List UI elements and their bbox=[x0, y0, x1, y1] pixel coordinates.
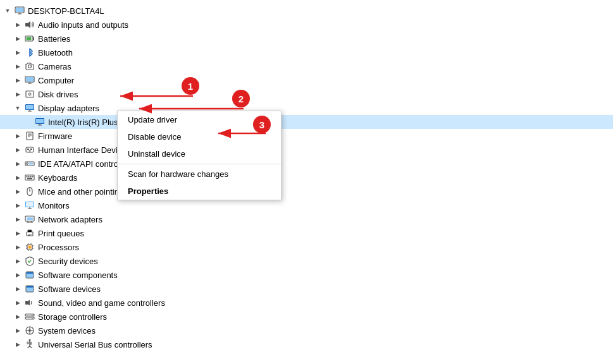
context-menu-scan-hardware[interactable]: Scan for hardware changes bbox=[118, 166, 281, 183]
icon-usb bbox=[24, 339, 35, 350]
tree-item-intel[interactable]: Intel(R) Iris(R) Plus Graphics bbox=[0, 115, 613, 129]
expand-btn-printqueues[interactable]: ▶ bbox=[13, 228, 23, 238]
icon-software bbox=[24, 269, 35, 281]
tree-item-diskdrives[interactable]: ▶Disk drives bbox=[0, 87, 613, 101]
tree-item-ideata[interactable]: ▶IDE ATA/ATAPI controllers bbox=[0, 157, 613, 171]
svg-rect-69 bbox=[27, 342, 28, 344]
icon-software bbox=[24, 283, 35, 294]
svg-rect-41 bbox=[28, 234, 32, 234]
icon-mouse bbox=[24, 186, 35, 197]
tree-item-cameras[interactable]: ▶Cameras bbox=[0, 59, 613, 73]
expand-btn-computer[interactable]: ▶ bbox=[13, 75, 23, 85]
svg-rect-37 bbox=[26, 202, 34, 207]
tree-item-securitydevices[interactable]: ▶Security devices bbox=[0, 254, 613, 268]
svg-rect-30 bbox=[28, 176, 30, 178]
svg-point-63 bbox=[28, 329, 31, 332]
expand-btn-bluetooth[interactable]: ▶ bbox=[13, 47, 23, 58]
expand-btn-keyboards[interactable]: ▶ bbox=[13, 173, 23, 183]
svg-rect-29 bbox=[27, 176, 28, 178]
svg-point-71 bbox=[30, 344, 32, 345]
tree-item-soundvideo[interactable]: ▶Sound, video and game controllers bbox=[0, 296, 613, 310]
expand-btn-audio[interactable]: ▶ bbox=[13, 20, 23, 30]
tree-item-mice[interactable]: ▶Mice and other pointing devices bbox=[0, 185, 613, 198]
label-softwarecomponents: Software components bbox=[38, 270, 118, 280]
context-menu-divider bbox=[118, 164, 281, 164]
svg-point-11 bbox=[29, 94, 30, 94]
expand-btn-monitors[interactable]: ▶ bbox=[13, 200, 23, 210]
tree-item-processors[interactable]: ▶Processors bbox=[0, 240, 613, 254]
expand-btn-humaninterface[interactable]: ▶ bbox=[13, 145, 23, 155]
label-usb: Universal Serial Bus controllers bbox=[38, 340, 152, 349]
label-softwaredevices: Software devices bbox=[38, 284, 101, 294]
icon-computer bbox=[24, 75, 35, 86]
svg-point-70 bbox=[30, 342, 32, 343]
annotation-1: 1 bbox=[182, 77, 199, 95]
context-menu-properties[interactable]: Properties bbox=[118, 183, 281, 200]
tree-item-displayadapters[interactable]: ▼Display adapters bbox=[0, 101, 613, 115]
svg-rect-44 bbox=[28, 246, 32, 249]
svg-rect-4 bbox=[33, 37, 34, 40]
label-firmware: Firmware bbox=[38, 131, 72, 141]
tree-item-humaninterface[interactable]: ▶Human Interface Devices bbox=[0, 143, 613, 157]
tree-item-root[interactable]: ▼DESKTOP-BCLTA4L bbox=[0, 4, 613, 18]
svg-rect-20 bbox=[26, 147, 34, 152]
expand-btn-securitydevices[interactable]: ▶ bbox=[13, 256, 23, 266]
expand-btn-ideata[interactable]: ▶ bbox=[13, 159, 23, 169]
tree-item-monitors[interactable]: ▶Monitors bbox=[0, 198, 613, 212]
expand-btn-soundvideo[interactable]: ▶ bbox=[13, 298, 23, 308]
expand-btn-storagecontrollers[interactable]: ▶ bbox=[13, 312, 23, 322]
tree-item-printqueues[interactable]: ▶Print queues bbox=[0, 226, 613, 240]
tree-item-batteries[interactable]: ▶Batteries bbox=[0, 32, 613, 46]
expand-btn-processors[interactable]: ▶ bbox=[13, 242, 23, 252]
svg-point-26 bbox=[27, 164, 28, 164]
svg-rect-1 bbox=[16, 8, 23, 12]
label-root: DESKTOP-BCLTA4L bbox=[28, 6, 104, 16]
svg-rect-16 bbox=[27, 132, 33, 140]
icon-ide bbox=[24, 158, 35, 169]
tree-item-networkadapters[interactable]: ▶Network adapters bbox=[0, 212, 613, 226]
expand-btn-softwarecomponents[interactable]: ▶ bbox=[13, 270, 23, 280]
label-bluetooth: Bluetooth bbox=[38, 48, 73, 58]
expand-btn-cameras[interactable]: ▶ bbox=[13, 61, 23, 71]
tree-item-bluetooth[interactable]: ▶Bluetooth bbox=[0, 46, 613, 59]
icon-network bbox=[24, 214, 35, 225]
tree-item-softwaredevices[interactable]: ▶Software devices bbox=[0, 282, 613, 296]
svg-rect-33 bbox=[27, 178, 32, 179]
icon-bluetooth bbox=[24, 47, 35, 58]
icon-processor bbox=[24, 241, 35, 253]
icon-firmware bbox=[24, 130, 35, 142]
expand-btn-mice[interactable]: ▶ bbox=[13, 186, 23, 197]
tree-item-systemdevices[interactable]: ▶System devices bbox=[0, 324, 613, 337]
icon-keyboard bbox=[24, 172, 35, 183]
tree-item-usb[interactable]: ▶Universal Serial Bus controllers bbox=[0, 337, 613, 351]
icon-print bbox=[24, 228, 35, 239]
expand-btn-firmware[interactable]: ▶ bbox=[13, 131, 23, 141]
tree-item-audio[interactable]: ▶Audio inputs and outputs bbox=[0, 18, 613, 32]
expand-btn-systemdevices[interactable]: ▶ bbox=[13, 325, 23, 336]
expand-btn-displayadapters[interactable]: ▼ bbox=[13, 103, 23, 113]
tree-item-keyboards[interactable]: ▶Keyboards bbox=[0, 171, 613, 185]
label-computer: Computer bbox=[38, 76, 74, 85]
expand-btn-softwaredevices[interactable]: ▶ bbox=[13, 284, 23, 294]
expand-btn-batteries[interactable]: ▶ bbox=[13, 33, 23, 44]
svg-point-68 bbox=[29, 339, 31, 341]
device-manager-tree: ▼DESKTOP-BCLTA4L▶Audio inputs and output… bbox=[0, 0, 613, 364]
context-menu-uninstall-device[interactable]: Uninstall device bbox=[118, 145, 281, 162]
svg-rect-57 bbox=[25, 301, 28, 305]
tree-item-softwarecomponents[interactable]: ▶Software components bbox=[0, 268, 613, 282]
annotation-3: 3 bbox=[253, 116, 271, 133]
tree-item-storagecontrollers[interactable]: ▶Storage controllers bbox=[0, 310, 613, 324]
expand-btn-diskdrives[interactable]: ▶ bbox=[13, 89, 23, 99]
expand-btn-usb[interactable]: ▶ bbox=[13, 339, 23, 349]
icon-camera bbox=[24, 61, 35, 72]
tree-item-computer[interactable]: ▶Computer bbox=[0, 73, 613, 87]
tree-item-firmware[interactable]: ▶Firmware bbox=[0, 129, 613, 143]
svg-point-60 bbox=[32, 315, 32, 315]
svg-rect-58 bbox=[25, 314, 34, 316]
expand-btn-networkadapters[interactable]: ▶ bbox=[13, 214, 23, 224]
label-securitydevices: Security devices bbox=[38, 257, 98, 266]
label-diskdrives: Disk drives bbox=[38, 90, 78, 99]
expand-btn-root[interactable]: ▼ bbox=[3, 6, 13, 16]
label-audio: Audio inputs and outputs bbox=[38, 20, 128, 30]
svg-rect-5 bbox=[27, 37, 32, 40]
